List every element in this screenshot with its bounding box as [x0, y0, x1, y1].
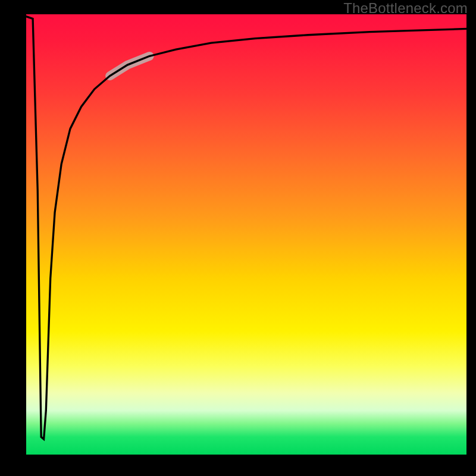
- plot-area: [26, 14, 466, 455]
- chart-frame: TheBottleneck.com: [0, 0, 476, 476]
- curve-layer: [26, 14, 466, 455]
- bottleneck-curve: [26, 17, 466, 439]
- curve-highlight: [110, 56, 150, 76]
